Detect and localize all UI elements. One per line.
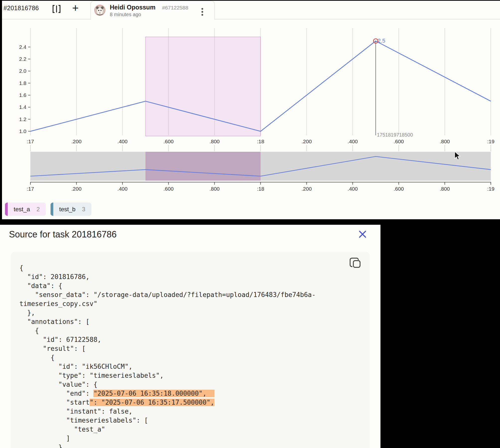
y-tick-label: 1.6 bbox=[19, 92, 26, 98]
letterbox-right bbox=[380, 219, 500, 448]
y-tick-label: 1.8 bbox=[19, 80, 26, 86]
x-tick-label: .600 bbox=[394, 139, 404, 144]
code-line: "sensor_data": "/storage-data/uploaded/?… bbox=[19, 290, 362, 299]
label-name: test_a bbox=[14, 206, 30, 213]
label-legend: test_a2test_b3 bbox=[5, 203, 91, 216]
x-tick-label: :17 bbox=[27, 139, 34, 144]
code-line: timeseries_copy.csv" bbox=[19, 299, 362, 308]
x-tick-label: .800 bbox=[440, 139, 450, 144]
overview-tick-label: .400 bbox=[348, 186, 358, 192]
mouse-cursor bbox=[454, 151, 463, 162]
x-tick-label: :19 bbox=[487, 139, 494, 144]
columns-layout-icon[interactable] bbox=[52, 4, 61, 15]
x-tick-label: .400 bbox=[348, 139, 358, 144]
label-color-bar bbox=[51, 203, 53, 216]
close-icon[interactable] bbox=[357, 228, 369, 240]
y-tick-label: 1.2 bbox=[19, 116, 26, 122]
overview-tick-label: :18 bbox=[257, 186, 264, 192]
modal-title: Source for task 201816786 bbox=[9, 229, 117, 240]
x-tick-label: .800 bbox=[209, 139, 220, 144]
overview-tick-label: :17 bbox=[27, 186, 34, 192]
annotation-region-test-a[interactable] bbox=[145, 37, 260, 136]
timeseries-chart: :17:17.200.200.400.400.600.600.800.800:1… bbox=[0, 0, 500, 219]
letterbox-top bbox=[0, 0, 500, 1]
code-line: "id": "ik56CHloCM", bbox=[19, 362, 362, 371]
label-chip-test_b[interactable]: test_b3 bbox=[51, 203, 91, 216]
timeseries-annotation-panel: #201816786 + Heidi Opossum #67122588 8 m… bbox=[0, 0, 500, 219]
code-line: }, bbox=[19, 308, 362, 317]
letterbox-left bbox=[0, 0, 2, 225]
annotator-name: Heidi Opossum bbox=[110, 4, 155, 11]
overview-tick-label: .200 bbox=[71, 186, 81, 192]
code-line: }, bbox=[19, 443, 362, 448]
hover-timestamp-label: 1751819718500 bbox=[377, 132, 413, 138]
code-line: "test_a" bbox=[19, 425, 362, 434]
avatar bbox=[94, 5, 105, 16]
y-tick-label: 2.4 bbox=[19, 44, 27, 50]
y-tick-label: 1.0 bbox=[19, 128, 26, 134]
code-line: ] bbox=[19, 434, 362, 443]
code-line: "id": 201816786, bbox=[19, 272, 362, 281]
label-color-bar bbox=[5, 203, 8, 216]
code-line: "value": { bbox=[19, 380, 362, 389]
code-line: { bbox=[19, 326, 362, 335]
code-line: "data": { bbox=[19, 281, 362, 290]
label-chip-body: test_a2 bbox=[8, 203, 46, 216]
code-line: "end": "2025-07-06 16:35:18.000000", bbox=[19, 389, 362, 398]
label-chip-body: test_b3 bbox=[53, 203, 91, 216]
kebab-menu-icon[interactable] bbox=[198, 7, 206, 16]
x-tick-label: .600 bbox=[163, 139, 174, 144]
x-tick-label: .400 bbox=[117, 139, 127, 144]
annotation-timestamp: 8 minutes ago bbox=[110, 12, 141, 17]
y-tick-label: 1.4 bbox=[19, 104, 27, 110]
code-line: "annotations": [ bbox=[19, 317, 362, 326]
label-hotkey-count: 2 bbox=[36, 206, 40, 213]
json-source-text: { "id": 201816786, "data": { "sensor_dat… bbox=[19, 263, 362, 448]
highlighted-code: ": "2025-07-06 16:35:17.500000", bbox=[90, 399, 214, 406]
hover-value-label: 2.5 bbox=[378, 38, 385, 44]
overview-tick-label: .800 bbox=[440, 186, 450, 192]
overview-tick-label: .400 bbox=[117, 186, 127, 192]
code-line: "type": "timeserieslabels", bbox=[19, 371, 362, 380]
overview-region-test-a[interactable] bbox=[145, 152, 260, 181]
code-line: "start": "2025-07-06 16:35:17.500000", bbox=[19, 398, 362, 407]
code-line: { bbox=[19, 353, 362, 362]
overview-tick-label: .200 bbox=[302, 186, 312, 192]
code-line: "id": 67122588, bbox=[19, 335, 362, 344]
x-tick-label: :18 bbox=[257, 139, 264, 144]
code-line: "instant": false, bbox=[19, 407, 362, 416]
overview-tick-label: .800 bbox=[209, 186, 220, 192]
annotation-id: #67122588 bbox=[162, 5, 188, 11]
x-tick-label: .200 bbox=[302, 139, 312, 144]
label-hotkey-count: 3 bbox=[82, 206, 85, 213]
overview-tick-label: .600 bbox=[394, 186, 404, 192]
y-tick-label: 2.0 bbox=[19, 68, 26, 74]
task-id-label: #201816786 bbox=[3, 4, 39, 12]
y-tick-label: 2.2 bbox=[19, 56, 26, 62]
code-line: "timeserieslabels": [ bbox=[19, 416, 362, 425]
source-modal: Source for task 201816786 { "id": 201816… bbox=[0, 225, 380, 448]
highlighted-code: "2025-07-06 16:35:18.000000", bbox=[93, 390, 214, 397]
overview-tick-label: :19 bbox=[487, 186, 494, 192]
add-annotation-button[interactable]: + bbox=[72, 2, 79, 13]
code-line: "result": [ bbox=[19, 344, 362, 353]
overview-tick-label: .600 bbox=[163, 186, 174, 192]
annotation-tab[interactable]: Heidi Opossum #67122588 8 minutes ago bbox=[90, 1, 215, 20]
label-chip-test_a[interactable]: test_a2 bbox=[5, 203, 46, 216]
label-name: test_b bbox=[59, 206, 75, 213]
task-source-code-block: { "id": 201816786, "data": { "sensor_dat… bbox=[11, 252, 370, 448]
tabbar-divider bbox=[0, 19, 500, 19]
code-line: { bbox=[19, 263, 362, 272]
x-tick-label: .200 bbox=[71, 139, 81, 144]
